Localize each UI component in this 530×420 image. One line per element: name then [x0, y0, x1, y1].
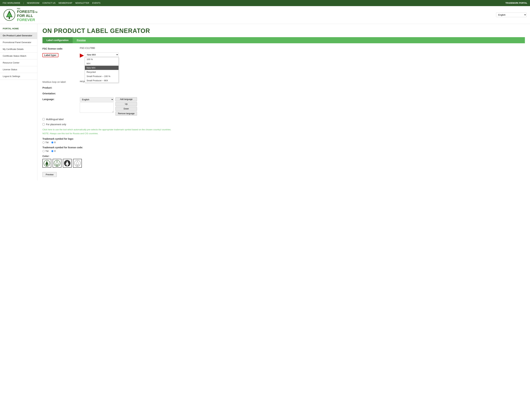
trademark-logo-tm-radio[interactable]: [43, 141, 45, 144]
language-select-area: English French: [80, 97, 114, 113]
trademark-logo-r-radio[interactable]: [51, 141, 54, 144]
trademark-code-r-option[interactable]: ®: [51, 150, 56, 152]
language-textarea[interactable]: [80, 102, 114, 113]
logo-text: FSC FORESTS TM FOR ALL FOREVER: [17, 8, 37, 22]
sidebar-item-certificate-watch[interactable]: Certificate Status Watch: [0, 53, 37, 59]
trademark-logo-tm-label: TM: [45, 141, 49, 144]
page-header: FSC FORESTS TM FOR ALL FOREVER English F…: [0, 6, 530, 24]
svg-text:FSC: FSC: [76, 165, 78, 166]
trademark-code-tm-label: TM: [45, 150, 49, 152]
label-type-label-box: Label type:: [43, 53, 59, 57]
color-swatch-green-outline[interactable]: FSC: [53, 159, 61, 168]
trademark-code-r-radio[interactable]: [51, 150, 54, 152]
trademark-logo-label: Trademark symbol for logo:: [43, 137, 525, 140]
swatch-icon-green-white: FSC: [44, 160, 50, 167]
tab-preview[interactable]: Preview: [73, 37, 90, 43]
dropdown-option-spmix[interactable]: Small Producer – MIX: [85, 78, 118, 83]
trademark-logo-tm-option[interactable]: TM: [43, 141, 49, 144]
color-swatch-green-white[interactable]: FSC: [43, 159, 51, 168]
dropdown-option-mix[interactable]: MIX: [85, 61, 118, 66]
dropdown-option-newmix[interactable]: New MIX: [85, 66, 118, 70]
trademark-logo-radio-row: TM ®: [43, 141, 525, 144]
preview-button[interactable]: Preview: [43, 172, 57, 177]
portal-home-label[interactable]: PORTAL HOME: [0, 26, 37, 32]
trademark-code-r-label: ®: [54, 150, 56, 152]
trademark-logo-r-option[interactable]: ®: [51, 141, 56, 144]
language-row: Language: English French Add language Up…: [43, 97, 525, 116]
logo-forests: FORESTS: [17, 10, 35, 14]
svg-marker-5: [45, 161, 49, 165]
nav-membership[interactable]: MEMBERSHIP: [59, 2, 72, 4]
sidebar-item-logout[interactable]: Logout & Settings: [0, 73, 37, 80]
nav-newsletter[interactable]: NEWSLETTER: [75, 2, 89, 4]
label-type-row: Label type: ▶ 100 % MIX New MIX Recycled…: [43, 52, 525, 58]
language-selector-wrap: English French German Spanish: [496, 13, 527, 17]
remove-language-button[interactable]: Remove language: [116, 112, 137, 116]
logo-for-all: FOR ALL: [17, 14, 37, 18]
sidebar-item-license-status[interactable]: License Status: [0, 66, 37, 73]
up-button[interactable]: Up: [116, 102, 137, 106]
for-placement-checkbox[interactable]: [43, 123, 45, 125]
fsc-license-value: FSC-C117990: [80, 47, 95, 49]
multilingual-checkbox[interactable]: [43, 118, 45, 120]
fsc-license-label: FSC license code:: [43, 47, 80, 50]
label-type-select[interactable]: 100 % MIX New MIX Recycled Small Produce…: [85, 52, 119, 57]
nav-contact-us[interactable]: CONTACT US: [43, 2, 56, 4]
moebius-label: Moebius loop on label:: [43, 80, 80, 83]
nav-newsroom[interactable]: NEWSROOM: [27, 2, 39, 4]
for-placement-label[interactable]: For placement only: [46, 123, 66, 126]
product-label: Product:: [43, 86, 80, 89]
swatch-icon-green-outline: FSC: [54, 160, 60, 167]
sidebar-item-label-generator[interactable]: On Product Label Generator: [0, 32, 37, 39]
fsc-license-row: FSC license code: FSC-C117990: [43, 47, 525, 50]
page-title: ON PRODUCT LABEL GENERATOR: [43, 27, 525, 34]
label-type-dropdown-list: 100 % MIX New MIX Recycled Small Produce…: [85, 57, 119, 83]
for-placement-row: For placement only: [43, 123, 525, 126]
sidebar-item-promotional[interactable]: Promotional Panel Generator: [0, 39, 37, 46]
nav-divider: |: [23, 2, 24, 4]
fsc-logo-icon: [3, 9, 15, 21]
label-type-control: ▶ 100 % MIX New MIX Recycled Small Produ…: [80, 52, 119, 58]
nav-fsc-worldwide[interactable]: FSC WORLDWIDE: [3, 2, 20, 4]
trademark-code-label: Trademark symbol for license code:: [43, 146, 525, 149]
dropdown-option-recycled[interactable]: Recycled: [85, 70, 118, 74]
tab-label-config[interactable]: Label configuration: [43, 37, 73, 43]
note-text: NOTE: Always use this tool for Russia an…: [43, 132, 525, 135]
main-content: ON PRODUCT LABEL GENERATOR Label configu…: [37, 24, 530, 180]
trademark-logo-group: Trademark symbol for logo: TM ®: [43, 137, 525, 144]
trademark-tool-link[interactable]: Click here to use the tool which automat…: [43, 128, 525, 131]
sidebar-item-certificate-details[interactable]: My Certificate Details: [0, 46, 37, 53]
color-label: Color:: [43, 155, 525, 158]
dropdown-option-100[interactable]: 100 %: [85, 57, 118, 61]
top-navigation: FSC WORLDWIDE | NEWSROOM CONTACT US MEMB…: [0, 0, 530, 6]
language-form-select[interactable]: English French: [80, 97, 114, 102]
color-swatches: FSC FSC: [43, 159, 525, 168]
trademark-code-radio-row: TM ®: [43, 150, 525, 152]
orientation-row: Orientation:: [43, 91, 525, 95]
label-type-dropdown-container: 100 % MIX New MIX Recycled Small Produce…: [85, 52, 119, 57]
dropdown-option-sp100[interactable]: Small Producer – 100 %: [85, 74, 118, 78]
multilingual-row: Multilingual label: [43, 118, 525, 121]
language-select[interactable]: English French German Spanish: [496, 13, 527, 17]
color-section: Color: FSC: [43, 155, 525, 168]
nav-trademark-portal[interactable]: TRADEMARK PORTAL: [505, 2, 527, 4]
tab-bar: Label configuration Preview: [43, 37, 525, 43]
main-layout: PORTAL HOME On Product Label Generator P…: [0, 24, 530, 180]
add-language-button[interactable]: Add language: [116, 97, 137, 101]
svg-text:FSC: FSC: [46, 165, 48, 166]
trademark-code-group: Trademark symbol for license code: TM ®: [43, 146, 525, 152]
logo-area: FSC FORESTS TM FOR ALL FOREVER: [3, 8, 37, 22]
trademark-logo-r-label: ®: [54, 141, 56, 144]
product-row: Product:: [43, 86, 525, 89]
trademark-code-tm-option[interactable]: TM: [43, 150, 49, 152]
red-arrow-icon: ▶: [80, 52, 84, 58]
color-swatch-black[interactable]: FSC: [63, 159, 72, 168]
multilingual-label[interactable]: Multilingual label: [46, 118, 64, 121]
color-swatch-white[interactable]: FSC: [73, 159, 82, 168]
down-button[interactable]: Down: [116, 107, 137, 111]
language-form-label: Language:: [43, 97, 80, 101]
sidebar-item-resource-center[interactable]: Resource Center: [0, 59, 37, 66]
trademark-code-tm-radio[interactable]: [43, 150, 45, 152]
nav-events[interactable]: EVENTS: [92, 2, 100, 4]
swatch-icon-white: FSC: [74, 160, 81, 167]
